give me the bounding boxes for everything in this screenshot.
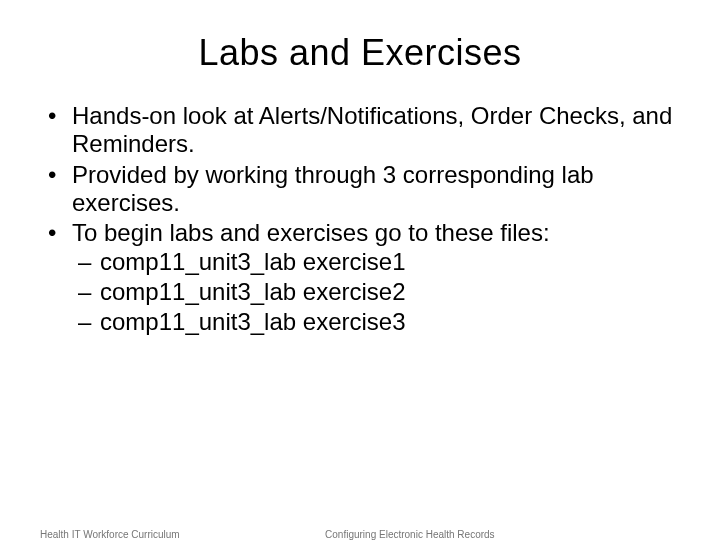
slide-footer: Health IT Workforce Curriculum Version 3… bbox=[0, 528, 720, 540]
bullet-text: To begin labs and exercises go to these … bbox=[72, 219, 550, 246]
bullet-text: Hands-on look at Alerts/Notifications, O… bbox=[72, 102, 672, 157]
footer-center: Configuring Electronic Health Records Im… bbox=[180, 528, 640, 540]
footer-center-line1: Configuring Electronic Health Records bbox=[180, 528, 640, 540]
bullet-text: Provided by working through 3 correspond… bbox=[72, 161, 594, 216]
sub-bullet-text: comp11_unit3_lab exercise2 bbox=[100, 278, 406, 305]
bullet-item: To begin labs and exercises go to these … bbox=[72, 219, 680, 336]
footer-left-line1: Health IT Workforce Curriculum bbox=[40, 528, 180, 540]
bullet-list: Hands-on look at Alerts/Notifications, O… bbox=[40, 102, 680, 337]
slide-title: Labs and Exercises bbox=[0, 32, 720, 74]
sub-bullet-item: comp11_unit3_lab exercise2 bbox=[100, 278, 680, 306]
sub-bullet-list: comp11_unit3_lab exercise1 comp11_unit3_… bbox=[72, 248, 680, 337]
sub-bullet-text: comp11_unit3_lab exercise3 bbox=[100, 308, 406, 335]
slide-body: Hands-on look at Alerts/Notifications, O… bbox=[0, 102, 720, 337]
footer-left: Health IT Workforce Curriculum Version 3… bbox=[40, 528, 180, 540]
bullet-item: Provided by working through 3 correspond… bbox=[72, 161, 680, 218]
slide: Labs and Exercises Hands-on look at Aler… bbox=[0, 32, 720, 540]
sub-bullet-item: comp11_unit3_lab exercise1 bbox=[100, 248, 680, 276]
bullet-item: Hands-on look at Alerts/Notifications, O… bbox=[72, 102, 680, 159]
sub-bullet-text: comp11_unit3_lab exercise1 bbox=[100, 248, 406, 275]
sub-bullet-item: comp11_unit3_lab exercise3 bbox=[100, 308, 680, 336]
